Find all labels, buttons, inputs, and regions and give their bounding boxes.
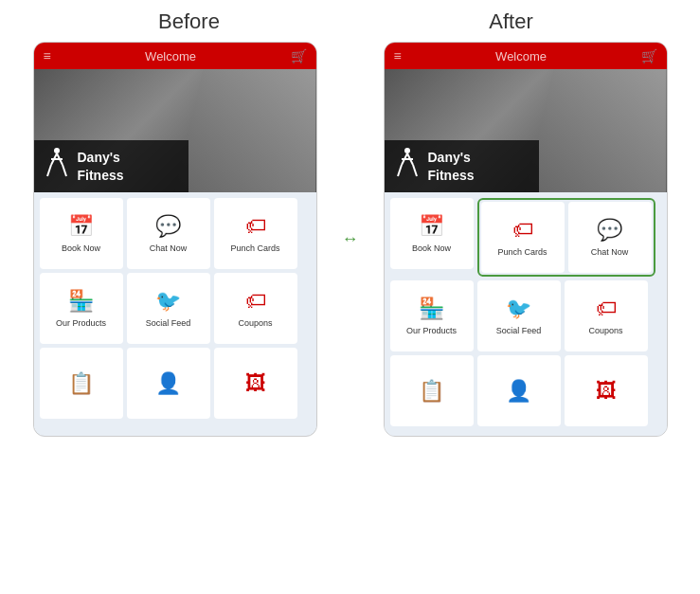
book-now-label: Book Now xyxy=(62,243,100,253)
arrow-icon: ↔ xyxy=(342,229,359,249)
after-banner: Dany'sFitness xyxy=(385,69,667,192)
svg-line-4 xyxy=(63,165,66,176)
after-chat-now[interactable]: 💬 Chat Now xyxy=(568,202,652,273)
after-social-feed[interactable]: 🐦 Social Feed xyxy=(477,280,561,351)
photo-icon: 🖼 xyxy=(245,371,266,396)
coupons-label: Coupons xyxy=(238,318,272,328)
chat-now-label: Chat Now xyxy=(150,243,188,253)
svg-line-3 xyxy=(47,165,51,176)
after-twitter-icon: 🐦 xyxy=(506,297,531,321)
after-store-icon: 🏪 xyxy=(419,297,444,321)
before-coupons[interactable]: 🏷 Coupons xyxy=(214,273,297,344)
before-row-1: 📅 Book Now 💬 Chat Now 🏷 Punch Cards xyxy=(40,198,311,269)
after-grid: 📅 Book Now 🏷 Punch Cards 💬 Cha xyxy=(385,192,667,436)
after-fitness-icon xyxy=(392,146,422,187)
before-book-now[interactable]: 📅 Book Now xyxy=(40,198,123,269)
after-coupons[interactable]: 🏷 Coupons xyxy=(565,280,648,351)
after-user-item[interactable]: 👤 xyxy=(477,355,561,426)
user-icon: 👤 xyxy=(155,371,181,396)
after-our-products-label: Our Products xyxy=(406,326,457,335)
calendar-icon: 📅 xyxy=(68,214,94,239)
after-book-now-label: Book Now xyxy=(412,243,451,253)
after-list-icon: 📋 xyxy=(419,379,444,404)
after-our-products[interactable]: 🏪 Our Products xyxy=(390,280,474,351)
before-grid: 📅 Book Now 💬 Chat Now 🏷 Punch Cards xyxy=(34,192,316,428)
after-hamburger-icon: ≡ xyxy=(394,48,402,63)
after-row-2: 🏪 Our Products 🐦 Social Feed 🏷 Coupons xyxy=(390,280,661,351)
after-coupons-label: Coupons xyxy=(588,326,622,335)
svg-point-6 xyxy=(404,148,410,153)
before-fitness-icon xyxy=(42,146,72,187)
after-coupon-icon: 🏷 xyxy=(596,297,617,321)
after-tag-icon: 🏷 xyxy=(512,218,533,243)
after-list-item[interactable]: 📋 xyxy=(390,355,474,426)
after-punch-cards-label: Punch Cards xyxy=(497,247,547,257)
before-list-item[interactable]: 📋 xyxy=(40,348,123,419)
before-header: ≡ Welcome 🛒 xyxy=(34,43,316,69)
highlight-box: 🏷 Punch Cards 💬 Chat Now xyxy=(477,198,655,277)
after-punch-cards[interactable]: 🏷 Punch Cards xyxy=(481,202,565,273)
after-user-icon: 👤 xyxy=(506,379,531,404)
after-label: After xyxy=(350,9,673,34)
section-labels: Before After xyxy=(28,9,673,34)
before-brand-name: Dany'sFitness xyxy=(78,149,124,183)
tag-icon: 🏷 xyxy=(245,214,266,239)
after-brand-name: Dany'sFitness xyxy=(428,149,475,183)
before-punch-cards[interactable]: 🏷 Punch Cards xyxy=(214,198,297,269)
swap-arrow: ↔ xyxy=(336,42,365,437)
before-our-products[interactable]: 🏪 Our Products xyxy=(40,273,123,344)
phones-row: ≡ Welcome 🛒 xyxy=(33,42,668,437)
before-phone: ≡ Welcome 🛒 xyxy=(33,42,317,437)
after-book-now[interactable]: 📅 Book Now xyxy=(390,198,474,269)
after-photo-icon: 🖼 xyxy=(596,379,617,404)
after-phone: ≡ Welcome 🛒 xyxy=(384,42,668,437)
before-row-2: 🏪 Our Products 🐦 Social Feed 🏷 Coupons xyxy=(40,273,311,344)
before-banner-overlay: Dany'sFitness xyxy=(34,140,189,192)
page-container: Before After ≡ Welcome 🛒 xyxy=(0,0,700,446)
our-products-label: Our Products xyxy=(56,318,106,328)
after-row-3: 📋 👤 🖼 xyxy=(390,355,661,426)
after-row-1: 📅 Book Now 🏷 Punch Cards 💬 Cha xyxy=(390,198,661,277)
before-label: Before xyxy=(28,9,350,34)
before-title: Welcome xyxy=(145,49,196,63)
before-photo-item[interactable]: 🖼 xyxy=(214,348,297,419)
after-photo-item[interactable]: 🖼 xyxy=(565,355,648,426)
svg-point-0 xyxy=(54,148,60,153)
after-chat-icon: 💬 xyxy=(597,218,622,243)
after-chat-now-label: Chat Now xyxy=(591,247,629,257)
coupon-icon: 🏷 xyxy=(245,289,266,314)
before-cart-icon: 🛒 xyxy=(291,48,307,63)
after-social-feed-label: Social Feed xyxy=(496,326,542,335)
after-cart-icon: 🛒 xyxy=(641,48,657,63)
social-feed-label: Social Feed xyxy=(146,318,191,328)
svg-line-9 xyxy=(398,165,402,176)
after-calendar-icon: 📅 xyxy=(419,214,444,239)
after-banner-overlay: Dany'sFitness xyxy=(385,140,540,192)
highlight-inner: 🏷 Punch Cards 💬 Chat Now xyxy=(481,202,652,273)
punch-cards-label: Punch Cards xyxy=(230,243,279,253)
svg-line-10 xyxy=(413,165,417,176)
before-social-feed[interactable]: 🐦 Social Feed xyxy=(127,273,210,344)
list-icon: 📋 xyxy=(68,371,94,396)
store-icon: 🏪 xyxy=(68,289,94,314)
after-header: ≡ Welcome 🛒 xyxy=(385,43,667,69)
before-user-item[interactable]: 👤 xyxy=(127,348,210,419)
twitter-icon: 🐦 xyxy=(155,289,181,314)
after-title: Welcome xyxy=(495,49,547,63)
before-hamburger-icon: ≡ xyxy=(44,48,51,63)
chat-icon: 💬 xyxy=(155,214,181,239)
before-chat-now[interactable]: 💬 Chat Now xyxy=(127,198,210,269)
before-row-3: 📋 👤 🖼 xyxy=(40,348,311,419)
before-banner: Dany'sFitness xyxy=(34,69,316,192)
